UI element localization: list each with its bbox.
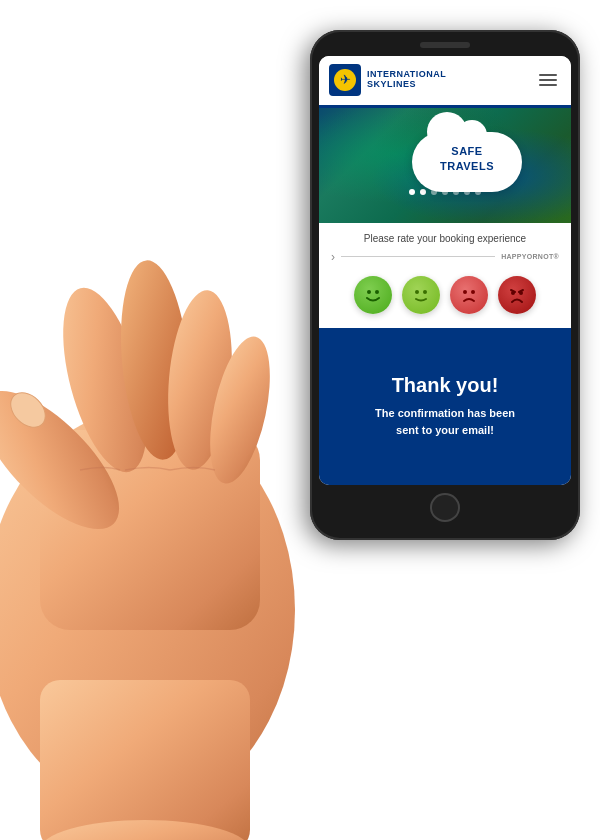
cloud-text: SAFE TRAVELS: [412, 132, 522, 173]
scene: ✈ INTERNATIONAL SKYLINES: [0, 0, 600, 840]
logo-text-block: INTERNATIONAL SKYLINES: [367, 70, 446, 90]
nav-bar: ✈ INTERNATIONAL SKYLINES: [319, 56, 571, 108]
emoji-row: [331, 272, 559, 320]
rating-section: Please rate your booking experience › HA…: [319, 223, 571, 328]
rating-title: Please rate your booking experience: [331, 233, 559, 244]
svg-point-12: [361, 283, 385, 307]
svg-point-15: [409, 283, 433, 307]
plane-icon: ✈: [334, 69, 356, 91]
svg-point-21: [505, 283, 529, 307]
logo-line2: SKYLINES: [367, 80, 446, 90]
phone-speaker: [420, 42, 470, 48]
thankyou-title: Thank you!: [392, 374, 499, 397]
logo-container: ✈ INTERNATIONAL SKYLINES: [329, 64, 535, 96]
rating-bar: › HAPPYORNOT®: [331, 250, 559, 264]
hamburger-line-2: [539, 79, 557, 81]
cloud-shape: SAFE TRAVELS: [412, 132, 522, 192]
emoji-unhappy[interactable]: [450, 276, 488, 314]
svg-point-17: [423, 290, 427, 294]
hamburger-menu[interactable]: [535, 70, 561, 90]
hero-area: SAFE TRAVELS: [319, 108, 571, 223]
svg-point-19: [463, 290, 467, 294]
hamburger-line-1: [539, 74, 557, 76]
home-button[interactable]: [430, 493, 460, 522]
svg-text:✈: ✈: [340, 72, 351, 87]
emoji-happy[interactable]: [354, 276, 392, 314]
hamburger-line-3: [539, 84, 557, 86]
cloud-line1: SAFE: [451, 145, 482, 157]
svg-point-18: [457, 283, 481, 307]
thankyou-section: Thank you! The confirmation has been sen…: [319, 328, 571, 485]
emoji-okay[interactable]: [402, 276, 440, 314]
svg-point-16: [415, 290, 419, 294]
thankyou-line1: The confirmation has been: [375, 407, 515, 419]
phone: ✈ INTERNATIONAL SKYLINES: [310, 30, 580, 540]
svg-point-14: [375, 290, 379, 294]
svg-point-20: [471, 290, 475, 294]
svg-point-23: [519, 291, 523, 295]
svg-point-13: [367, 290, 371, 294]
thankyou-subtitle: The confirmation has been sent to your e…: [375, 405, 515, 438]
chevron-right-icon: ›: [331, 250, 335, 264]
emoji-angry[interactable]: [498, 276, 536, 314]
rating-divider: [341, 256, 495, 257]
cloud-container: SAFE TRAVELS: [412, 132, 522, 192]
svg-rect-7: [40, 680, 250, 840]
happyornot-brand: HAPPYORNOT®: [501, 253, 559, 260]
phone-screen: ✈ INTERNATIONAL SKYLINES: [319, 56, 571, 485]
svg-point-22: [511, 291, 515, 295]
cloud-line2: TRAVELS: [440, 160, 494, 172]
logo-icon: ✈: [329, 64, 361, 96]
thankyou-line2: sent to your email!: [396, 424, 494, 436]
